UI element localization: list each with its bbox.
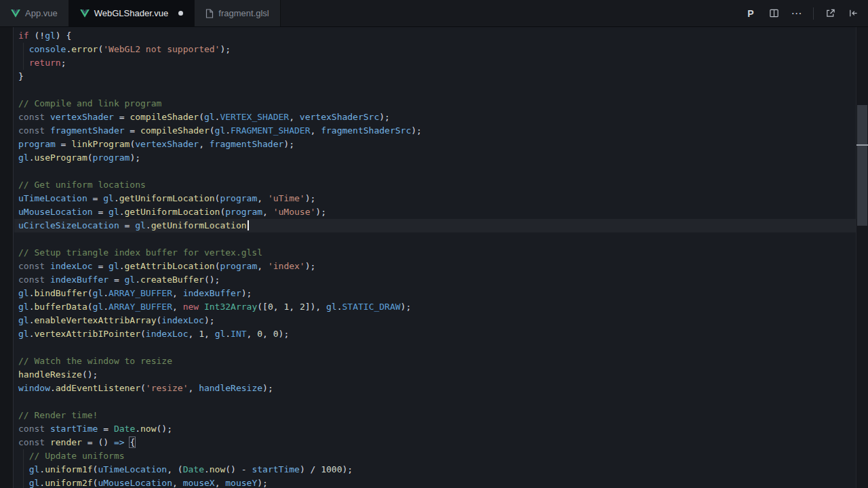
code-line[interactable]: gl.uniform1f(uTimeLocation, (Date.now() …	[14, 463, 856, 476]
code-token: .	[204, 464, 210, 474]
code-token: .	[103, 288, 108, 298]
code-line[interactable]: window.addEventListener('resize', handle…	[14, 382, 856, 395]
tab-webglshader-vue[interactable]: WebGLShader.vue	[69, 0, 195, 26]
code-token: );	[204, 315, 215, 325]
code-token: = ()	[82, 437, 114, 447]
modified-dot-icon	[178, 11, 183, 16]
code-token: bufferData	[34, 302, 87, 312]
code-token: ARRAY_BUFFER	[108, 288, 172, 298]
code-line[interactable]: // Render time!	[14, 409, 856, 422]
tab-bar-actions: P ⋯	[738, 0, 868, 26]
code-token: gl	[135, 220, 146, 230]
code-line[interactable]: handleResize();	[14, 368, 856, 382]
code-line[interactable]: gl.bufferData(gl.ARRAY_BUFFER, new Int32…	[14, 300, 856, 314]
code-token: // Update uniforms	[29, 451, 125, 461]
code-line[interactable]	[14, 232, 856, 246]
code-line[interactable]: const indexLoc = gl.getAttribLocation(pr…	[14, 260, 856, 273]
code-area[interactable]: gl = canvas.getContext('webgl2');if (!gl…	[14, 27, 856, 488]
code-token: (!	[29, 30, 45, 41]
code-line[interactable]: program = linkProgram(vertexShader, frag…	[14, 138, 856, 151]
scrollbar-track[interactable]	[856, 27, 868, 488]
gutter-rail	[0, 27, 14, 488]
code-line[interactable]: return;	[14, 56, 856, 70]
code-line[interactable]	[14, 341, 856, 354]
code-token: ,	[188, 329, 199, 339]
scrollbar-cursor-marker	[856, 144, 868, 146]
code-token: getUniformLocation	[151, 220, 247, 230]
code-token: const	[18, 112, 50, 122]
code-token: return	[29, 58, 61, 68]
prettier-icon[interactable]: P	[743, 5, 759, 22]
code-token: );	[130, 152, 140, 163]
actions-divider	[813, 7, 814, 20]
code-token: gl	[204, 112, 215, 122]
code-token: INT	[231, 329, 246, 339]
code-token: );	[401, 302, 412, 312]
code-token: program	[220, 193, 257, 203]
code-line[interactable]: // Update uniforms	[14, 449, 856, 463]
code-token: compileShader	[130, 112, 199, 122]
collapse-left-icon[interactable]	[845, 5, 861, 22]
code-token: 1	[199, 329, 204, 339]
code-token: indexBuffer	[50, 274, 108, 285]
code-line[interactable]: gl.bindBuffer(gl.ARRAY_BUFFER, indexBuff…	[14, 287, 856, 300]
code-token: // Compile and link program	[18, 98, 161, 108]
scrollbar-thumb[interactable]	[857, 105, 867, 226]
code-line[interactable]: // Setup triangle index buffer for verte…	[14, 246, 856, 260]
code-token: (	[210, 125, 215, 136]
code-line[interactable]: // Watch the window to resize	[14, 354, 856, 368]
code-token: uTimeLocation	[98, 464, 167, 474]
code-token: addEventListener	[56, 383, 140, 393]
code-line[interactable]	[14, 395, 856, 409]
code-token: ();	[204, 274, 220, 285]
code-line[interactable]: uCircleSizeLocation = gl.getUniformLocat…	[14, 219, 856, 232]
code-token: 'index'	[268, 261, 305, 271]
code-token: indexLoc	[50, 261, 93, 271]
split-pane-icon[interactable]	[766, 5, 782, 22]
code-line[interactable]: }	[14, 70, 856, 83]
code-line[interactable]: console.error('WebGL2 not supported');	[14, 43, 856, 56]
code-token: Int32Array	[204, 302, 257, 312]
code-line[interactable]: gl.useProgram(program);	[14, 151, 856, 165]
code-token: if	[18, 30, 29, 41]
code-line[interactable]	[14, 83, 856, 97]
tab-label: WebGLShader.vue	[94, 0, 169, 27]
code-token: );	[379, 112, 390, 122]
code-token: ();	[157, 424, 172, 434]
code-token: =	[98, 424, 113, 434]
code-line[interactable]: uTimeLocation = gl.getUniformLocation(pr…	[14, 192, 856, 205]
more-actions-icon[interactable]: ⋯	[789, 5, 805, 22]
code-token: , (	[167, 464, 182, 474]
open-external-icon[interactable]	[822, 5, 838, 22]
code-line[interactable]: if (!gl) {	[14, 29, 856, 43]
code-line[interactable]: // Compile and link program	[14, 97, 856, 110]
code-token: uniform2f	[45, 478, 92, 488]
code-line[interactable]	[14, 165, 856, 178]
code-line[interactable]: gl.vertexAttribIPointer(indexLoc, 1, gl.…	[14, 327, 856, 341]
code-line[interactable]: gl.enableVertexAttribArray(indexLoc);	[14, 314, 856, 327]
code-token: ,	[257, 193, 268, 203]
code-line[interactable]: const startTime = Date.now();	[14, 422, 856, 436]
code-token: .	[119, 207, 125, 217]
code-line[interactable]: gl.uniform2f(uMouseLocation, mouseX, mou…	[14, 476, 856, 488]
code-token: fragmentShaderSrc	[321, 125, 411, 136]
code-token: );	[283, 139, 294, 149]
code-token: ,	[172, 302, 183, 312]
code-line[interactable]: const render = () => {	[14, 436, 856, 449]
code-token: gl	[29, 478, 40, 488]
code-line[interactable]: const vertexShader = compileShader(gl.VE…	[14, 110, 856, 124]
code-token: VERTEX_SHADER	[220, 112, 289, 122]
tab-fragment-glsl[interactable]: fragment.glsl	[195, 0, 280, 26]
code-line[interactable]: const indexBuffer = gl.createBuffer();	[14, 273, 856, 287]
tab-app-vue[interactable]: App.vue	[0, 0, 69, 26]
code-token: (	[140, 383, 146, 393]
code-token: // Get uniform locations	[18, 180, 146, 190]
code-token: gl	[125, 274, 136, 285]
code-line[interactable]: // Get uniform locations	[14, 178, 856, 192]
code-token: );	[257, 478, 268, 488]
code-token: vertexShaderSrc	[300, 112, 379, 122]
code-token	[18, 464, 29, 474]
code-line[interactable]: const fragmentShader = compileShader(gl.…	[14, 124, 856, 138]
code-token: .	[146, 220, 151, 230]
code-line[interactable]: uMouseLocation = gl.getUniformLocation(p…	[14, 205, 856, 219]
